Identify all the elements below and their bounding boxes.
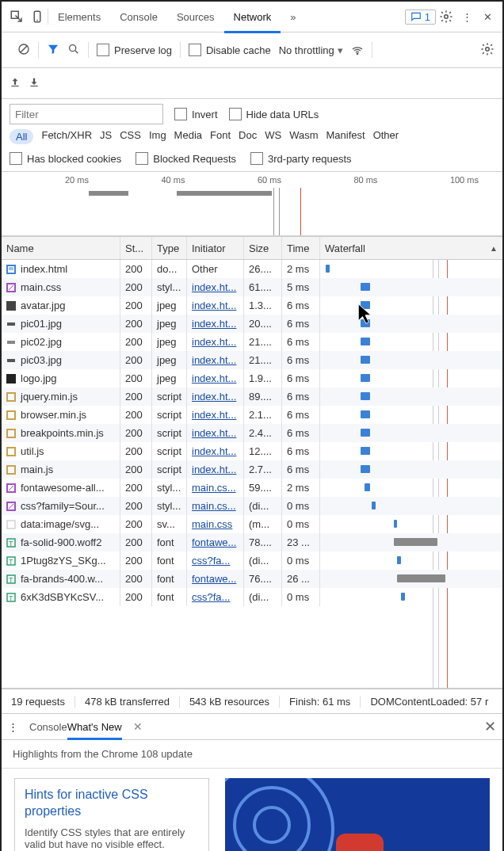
request-name: jquery.min.js (21, 391, 78, 403)
filter-opt-blocked-requests[interactable]: Blocked Requests (136, 152, 236, 165)
col-name[interactable]: Name (2, 237, 120, 259)
type-chip-wasm[interactable]: Wasm (289, 129, 318, 144)
type-chip-js[interactable]: JS (100, 129, 112, 144)
cell-initiator[interactable]: fontawe... (187, 570, 244, 588)
main-tabstrip: ElementsConsoleSourcesNetwork » 1 ⋮ ✕ (2, 2, 502, 32)
settings-gear-icon[interactable] (436, 6, 456, 27)
request-name: pic02.jpg (21, 336, 62, 348)
tab-network[interactable]: Network (224, 3, 281, 33)
cell-initiator[interactable]: index.ht... (187, 460, 244, 479)
filter-opt-3rd-party-requests[interactable]: 3rd-party requests (250, 152, 352, 165)
kebab-menu-icon[interactable]: ⋮ (456, 6, 477, 27)
clear-icon[interactable] (17, 43, 30, 58)
download-har-icon[interactable] (29, 77, 40, 90)
cell-initiator[interactable]: css?fa... (187, 551, 244, 570)
summary-transferred: 478 kB transferred (75, 696, 180, 708)
network-settings-icon[interactable] (480, 42, 494, 59)
col-st[interactable]: St... (120, 237, 152, 259)
type-chip-ws[interactable]: WS (265, 129, 281, 144)
table-row[interactable]: main.js200scriptindex.ht...2.7...6 ms (2, 460, 502, 479)
device-toggle-icon[interactable] (27, 6, 48, 27)
cell-initiator[interactable]: main.cs... (187, 479, 244, 497)
filter-opt-has-blocked-cookies[interactable]: Has blocked cookies (10, 152, 121, 165)
table-row[interactable]: pic03.jpg200jpegindex.ht...21....6 ms (2, 351, 502, 369)
table-row[interactable]: pic02.jpg200jpegindex.ht...21....6 ms (2, 333, 502, 351)
type-chip-manifest[interactable]: Manifest (326, 129, 365, 144)
search-icon[interactable] (67, 43, 80, 58)
type-chip-fetch-xhr[interactable]: Fetch/XHR (41, 129, 92, 144)
type-chip-all[interactable]: All (10, 129, 33, 144)
col-time[interactable]: Time (282, 237, 320, 259)
disable-cache-checkbox[interactable]: Disable cache (189, 44, 271, 56)
invert-checkbox[interactable]: Invert (174, 108, 218, 120)
filter-icon[interactable] (47, 43, 59, 58)
cell-initiator[interactable]: index.ht... (187, 351, 244, 369)
type-chip-doc[interactable]: Doc (239, 129, 257, 144)
cell-initiator[interactable]: index.ht... (187, 387, 244, 406)
table-row[interactable]: data:image/svg...200sv...main.css(m...0 … (2, 515, 502, 533)
table-row[interactable]: browser.min.js200scriptindex.ht...2.1...… (2, 406, 502, 424)
inspect-icon[interactable] (6, 6, 27, 27)
col-initiator[interactable]: Initiator (187, 237, 244, 259)
tab-overflow[interactable]: » (281, 3, 305, 31)
whatsnew-promo[interactable] (225, 778, 490, 851)
hide-data-urls-checkbox[interactable]: Hide data URLs (229, 108, 319, 120)
preserve-log-checkbox[interactable]: Preserve log (97, 44, 172, 56)
table-row[interactable]: breakpoints.min.js200scriptindex.ht...2.… (2, 424, 502, 442)
request-name: util.js (21, 445, 44, 457)
drawer-kebab-icon[interactable]: ⋮ (8, 721, 18, 733)
col-waterfall[interactable]: Waterfall▲ (320, 237, 502, 259)
drawer-tab-console[interactable]: Console (29, 721, 67, 733)
table-row[interactable]: avatar.jpg200jpegindex.ht...1.3...6 ms (2, 296, 502, 315)
issues-badge[interactable]: 1 (405, 10, 436, 25)
network-conditions-icon[interactable] (351, 43, 364, 58)
preserve-log-label: Preserve log (114, 44, 172, 56)
table-row[interactable]: Tfa-brands-400.w...200fontfontawe...76..… (2, 570, 502, 588)
table-row[interactable]: css?family=Sour...200styl...main.cs...(d… (2, 497, 502, 515)
table-row[interactable]: T6xK3dSBYKcSV...200fontcss?fa...(di...0 … (2, 588, 502, 606)
cell-initiator[interactable]: fontawe... (187, 533, 244, 551)
cell-status: 200 (120, 551, 152, 570)
cell-initiator[interactable]: index.ht... (187, 296, 244, 315)
table-row[interactable]: util.js200scriptindex.ht...12....6 ms (2, 442, 502, 460)
cell-initiator[interactable]: index.ht... (187, 406, 244, 424)
col-size[interactable]: Size (244, 237, 282, 259)
type-chip-other[interactable]: Other (373, 129, 399, 144)
type-chip-media[interactable]: Media (174, 129, 202, 144)
whatsnew-hint-card[interactable]: Hints for inactive CSS properties Identi… (14, 778, 209, 851)
cell-initiator[interactable]: main.cs... (187, 497, 244, 515)
drawer-tab-what-s-new[interactable]: What's New (67, 721, 122, 740)
type-chip-font[interactable]: Font (210, 129, 231, 144)
table-row[interactable]: fontawesome-all...200styl...main.cs...59… (2, 479, 502, 497)
table-row[interactable]: T1Ptug8zYS_SKg...200fontcss?fa...(di...0… (2, 551, 502, 570)
cell-initiator[interactable]: css?fa... (187, 588, 244, 606)
table-row[interactable]: Tfa-solid-900.woff2200fontfontawe...78..… (2, 533, 502, 551)
close-devtools-icon[interactable]: ✕ (477, 6, 498, 27)
col-type[interactable]: Type (152, 237, 187, 259)
cell-initiator[interactable]: index.ht... (187, 333, 244, 351)
table-header[interactable]: NameSt...TypeInitiatorSizeTimeWaterfall▲ (2, 236, 502, 260)
cell-initiator[interactable]: index.ht... (187, 315, 244, 333)
cell-initiator[interactable]: index.ht... (187, 424, 244, 442)
table-row[interactable]: index.html200do...Other26....2 ms (2, 260, 502, 278)
type-chip-css[interactable]: CSS (120, 129, 141, 144)
type-chip-img[interactable]: Img (149, 129, 166, 144)
throttling-select[interactable]: No throttling▾ (279, 44, 343, 56)
cell-type: font (152, 551, 187, 570)
filter-input[interactable] (10, 104, 163, 124)
table-row[interactable]: jquery.min.js200scriptindex.ht...89....6… (2, 387, 502, 406)
cell-initiator[interactable]: index.ht... (187, 442, 244, 460)
tab-elements[interactable]: Elements (48, 3, 110, 31)
cell-initiator[interactable]: index.ht... (187, 278, 244, 296)
cell-initiator[interactable]: main.css (187, 515, 244, 533)
cell-initiator[interactable]: index.ht... (187, 369, 244, 387)
table-row[interactable]: main.css200styl...index.ht...61....5 ms (2, 278, 502, 296)
drawer-close-icon[interactable]: ✕ (484, 718, 496, 735)
timeline-overview[interactable]: 20 ms40 ms60 ms80 ms100 ms (2, 172, 502, 236)
table-row[interactable]: pic01.jpg200jpegindex.ht...20....6 ms (2, 315, 502, 333)
drawer-tab-close-icon[interactable]: ✕ (133, 720, 143, 733)
tab-console[interactable]: Console (110, 3, 167, 31)
upload-har-icon[interactable] (10, 77, 21, 90)
table-row[interactable]: logo.jpg200jpegindex.ht...1.9...6 ms (2, 369, 502, 387)
tab-sources[interactable]: Sources (167, 3, 224, 31)
